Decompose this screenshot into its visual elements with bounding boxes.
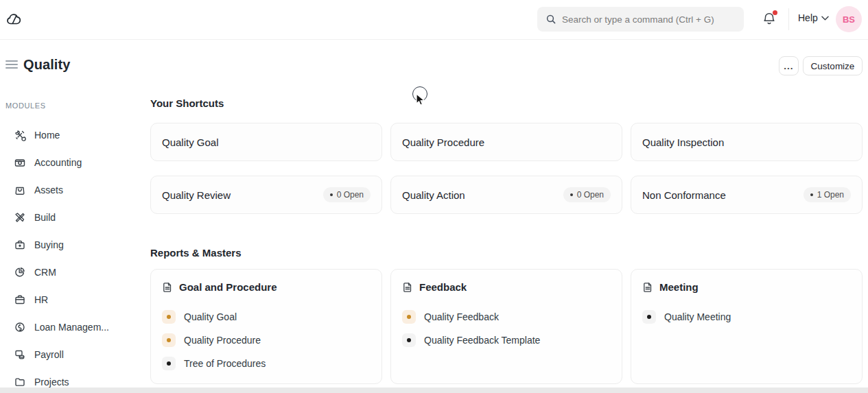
doctype-dot-icon (642, 310, 656, 324)
sidebar-item-hr[interactable]: HR (0, 286, 150, 313)
link-tree-of-procedures[interactable]: Tree of Procedures (162, 352, 371, 375)
topbar: Search or type a command (Ctrl + G) Help… (0, 0, 868, 40)
app-logo-icon[interactable] (5, 11, 23, 29)
link-quality-meeting[interactable]: Quality Meeting (642, 305, 851, 329)
mouse-cursor (415, 93, 426, 107)
badge-dot (570, 193, 573, 196)
doctype-dot-icon (162, 310, 176, 324)
link-quality-feedback[interactable]: Quality Feedback (402, 305, 611, 329)
sidebar-item-label: CRM (34, 267, 56, 278)
search-placeholder: Search or type a command (Ctrl + G) (562, 14, 714, 25)
shortcut-quality-inspection[interactable]: Quality Inspection (631, 123, 863, 161)
sidebar-item-label: Buying (34, 239, 64, 250)
sidebar-item-payroll[interactable]: Payroll (0, 341, 150, 368)
sidebar-item-label: Loan Managem... (34, 322, 109, 333)
link-quality-goal[interactable]: Quality Goal (162, 305, 371, 329)
crm-pie-icon (14, 266, 26, 278)
sidebar-item-crm[interactable]: CRM (0, 259, 150, 286)
shortcut-quality-procedure[interactable]: Quality Procedure (390, 123, 622, 161)
shortcut-label: Non Conformance (642, 189, 804, 201)
link-label: Quality Feedback (424, 311, 499, 322)
link-label: Quality Feedback Template (424, 335, 540, 346)
shortcut-non-conformance[interactable]: Non Conformance 1 Open (631, 176, 863, 214)
payroll-icon (14, 348, 26, 361)
shortcut-quality-goal[interactable]: Quality Goal (150, 123, 382, 161)
link-label: Quality Meeting (664, 311, 731, 322)
sidebar-item-assets[interactable]: Assets (0, 176, 150, 204)
shortcuts-heading: Your Shortcuts (150, 97, 224, 109)
link-label: Quality Procedure (184, 335, 261, 346)
shortcut-label: Quality Inspection (642, 136, 851, 148)
sidebar-item-label: Home (34, 130, 60, 141)
sidebar-item-build[interactable]: Build (0, 204, 150, 231)
document-icon (162, 282, 173, 293)
search-icon (546, 14, 556, 25)
build-hammer-icon (14, 211, 26, 224)
document-icon (402, 282, 413, 293)
sidebar-module-list: Home Accounting Assets (0, 121, 150, 393)
card-title: Feedback (419, 281, 467, 293)
accounting-cash-icon (14, 156, 26, 169)
card-header: Goal and Procedure (162, 281, 371, 293)
card-meeting: Meeting Quality Meeting (631, 269, 863, 384)
shortcut-label: Quality Action (402, 189, 563, 201)
sidebar-item-loan-management[interactable]: Loan Managem... (0, 313, 150, 341)
help-label: Help (798, 12, 818, 23)
sidebar-item-label: HR (34, 294, 48, 305)
link-quality-procedure[interactable]: Quality Procedure (162, 329, 371, 352)
projects-folder-icon (14, 376, 26, 388)
card-title: Goal and Procedure (179, 281, 277, 293)
topbar-divider (788, 8, 789, 30)
search-input[interactable]: Search or type a command (Ctrl + G) (537, 7, 744, 32)
shortcut-label: Quality Goal (162, 136, 371, 148)
assets-bag-icon (14, 184, 26, 196)
sidebar-item-label: Build (34, 212, 56, 223)
notifications-bell-icon[interactable] (762, 11, 778, 27)
window-bottom-edge (0, 388, 868, 393)
home-tools-icon (14, 129, 26, 141)
sidebar-item-label: Payroll (34, 349, 64, 360)
doctype-dot-icon (162, 357, 176, 370)
badge-dot (810, 193, 813, 196)
shortcut-label: Quality Review (162, 189, 323, 201)
badge-text: 0 Open (577, 190, 604, 200)
card-header: Meeting (642, 281, 851, 293)
link-quality-feedback-template[interactable]: Quality Feedback Template (402, 329, 611, 352)
page-title: Quality (23, 57, 71, 73)
open-count-badge: 1 Open (804, 187, 851, 202)
card-goal-and-procedure: Goal and Procedure Quality Goal Quality … (150, 269, 382, 384)
badge-dot (330, 193, 333, 196)
badge-text: 0 Open (337, 190, 364, 200)
page-header (0, 40, 868, 89)
sidebar-item-label: Projects (34, 377, 69, 388)
card-title: Meeting (659, 281, 699, 293)
card-header: Feedback (402, 281, 611, 293)
hr-briefcase-icon (14, 294, 26, 306)
shortcut-label: Quality Procedure (402, 136, 611, 148)
link-label: Tree of Procedures (184, 358, 266, 369)
shortcut-quality-review[interactable]: Quality Review 0 Open (150, 176, 382, 214)
doctype-dot-icon (402, 310, 416, 324)
doctype-dot-icon (402, 333, 416, 347)
shortcut-quality-action[interactable]: Quality Action 0 Open (390, 176, 622, 214)
sidebar-item-label: Assets (34, 184, 63, 195)
reports-masters-heading: Reports & Masters (150, 247, 242, 259)
buying-briefcase-icon (14, 239, 26, 251)
card-feedback: Feedback Quality Feedback Quality Feedba… (390, 269, 622, 384)
chevron-down-icon (821, 16, 829, 21)
more-options-button[interactable]: ... (779, 56, 799, 75)
document-icon (642, 282, 653, 293)
user-avatar[interactable]: BS (836, 6, 862, 32)
help-menu[interactable]: Help (798, 12, 829, 23)
sidebar-item-home[interactable]: Home (0, 121, 150, 149)
sidebar-item-buying[interactable]: Buying (0, 231, 150, 259)
customize-button[interactable]: Customize (803, 56, 863, 75)
sidebar-toggle-icon[interactable] (5, 60, 18, 70)
open-count-badge: 0 Open (323, 187, 371, 202)
doctype-dot-icon (162, 333, 176, 347)
app-window: Search or type a command (Ctrl + G) Help… (0, 0, 868, 393)
loan-icon (14, 321, 26, 333)
sidebar-item-accounting[interactable]: Accounting (0, 149, 150, 176)
notification-unread-dot (773, 10, 777, 15)
open-count-badge: 0 Open (563, 187, 611, 202)
